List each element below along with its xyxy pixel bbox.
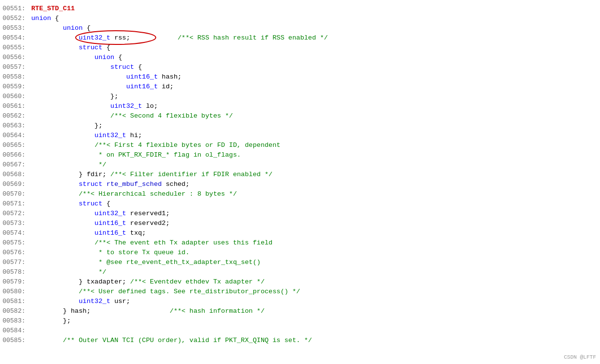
line-number: 00563: — [2, 121, 31, 131]
line-number: 00551: — [2, 4, 31, 14]
line-content: /**< User defined tags. See rte_distribu… — [31, 287, 598, 297]
code-line: 00583: }; — [0, 316, 600, 326]
line-content: uint32_t lo; — [31, 101, 598, 111]
code-line: 00573: uint16_t reserved2; — [0, 219, 600, 228]
line-content: * @see rte_event_eth_tx_adapter_txq_set(… — [31, 258, 598, 267]
line-content: * on PKT_RX_FDIR_* flag in ol_flags. — [31, 150, 598, 160]
line-number: 00569: — [2, 180, 31, 189]
line-number: 00565: — [2, 141, 31, 150]
code-line: 00582: } hash; /**< hash information */ — [0, 306, 600, 316]
line-content: /** Outer VLAN TCI (CPU order), valid if… — [31, 336, 598, 345]
line-content: uint16_t id; — [31, 82, 598, 92]
line-content: } hash; /**< hash information */ — [31, 306, 598, 316]
code-line: 00578: */ — [0, 267, 600, 277]
line-content: uint16_t reserved2; — [31, 219, 598, 228]
code-line: 00581: uint32_t usr; — [0, 297, 600, 306]
line-content: union { — [31, 23, 598, 33]
code-line: 00569: struct rte_mbuf_sched sched; — [0, 180, 600, 189]
line-content: union { — [31, 53, 598, 62]
line-number: 00583: — [2, 316, 31, 326]
line-content: } fdir; /**< Filter identifier if FDIR e… — [31, 170, 598, 180]
line-number: 00554: — [2, 33, 31, 43]
line-content: /**< The event eth Tx adapter uses this … — [31, 238, 598, 248]
line-content: /**< Second 4 flexible bytes */ — [31, 111, 598, 121]
line-content: * to store Tx queue id. — [31, 248, 598, 258]
line-number: 00579: — [2, 277, 31, 287]
line-number: 00572: — [2, 209, 31, 219]
code-line: 00577: * @see rte_event_eth_tx_adapter_t… — [0, 258, 600, 267]
code-line: 00567: */ — [0, 160, 600, 170]
code-line: 00570: /**< Hierarchical scheduler : 8 b… — [0, 189, 600, 199]
line-content: RTE_STD_C11 — [31, 4, 598, 14]
code-line: 00580: /**< User defined tags. See rte_d… — [0, 287, 600, 297]
code-line: 00552:union { — [0, 14, 600, 23]
line-number: 00571: — [2, 199, 31, 209]
line-number: 00561: — [2, 101, 31, 111]
line-number: 00573: — [2, 219, 31, 228]
line-number: 00585: — [2, 336, 31, 345]
line-content: union { — [31, 14, 598, 23]
code-line: 00561: uint32_t lo; — [0, 101, 600, 111]
line-content: struct { — [31, 43, 598, 53]
code-line: 00576: * to store Tx queue id. — [0, 248, 600, 258]
line-number: 00557: — [2, 62, 31, 72]
code-line: 00574: uint16_t txq; — [0, 228, 600, 238]
code-line: 00554: uint32_t rss; /**< RSS hash resul… — [0, 33, 600, 43]
code-line: 00559: uint16_t id; — [0, 82, 600, 92]
line-content: uint32_t rss; /**< RSS hash result if RS… — [31, 33, 598, 43]
line-number: 00560: — [2, 92, 31, 101]
line-content: */ — [31, 267, 598, 277]
line-number: 00575: — [2, 238, 31, 248]
line-content: uint16_t txq; — [31, 228, 598, 238]
code-line: 00568: } fdir; /**< Filter identifier if… — [0, 170, 600, 180]
line-number: 00577: — [2, 258, 31, 267]
code-line: 00572: uint32_t reserved1; — [0, 209, 600, 219]
code-line: 00555: struct { — [0, 43, 600, 53]
line-content: } txadapter; /**< Eventdev ethdev Tx ada… — [31, 277, 598, 287]
line-number: 00555: — [2, 43, 31, 53]
line-number: 00584: — [2, 326, 31, 336]
line-number: 00556: — [2, 53, 31, 62]
watermark-text: CSDN @LFTF — [564, 354, 596, 360]
line-number: 00552: — [2, 14, 31, 23]
line-content: /**< Hierarchical scheduler : 8 bytes */ — [31, 189, 598, 199]
line-number: 00574: — [2, 228, 31, 238]
line-number: 00553: — [2, 23, 31, 33]
code-line: 00553: union { — [0, 23, 600, 33]
line-content: struct { — [31, 199, 598, 209]
line-number: 00578: — [2, 267, 31, 277]
line-content: uint32_t hi; — [31, 131, 598, 141]
line-number: 00582: — [2, 306, 31, 316]
line-content: /**< First 4 flexible bytes or FD ID, de… — [31, 141, 598, 150]
code-line: 00575: /**< The event eth Tx adapter use… — [0, 238, 600, 248]
line-number: 00567: — [2, 160, 31, 170]
line-content: uint32_t usr; — [31, 297, 598, 306]
code-line: 00557: struct { — [0, 62, 600, 72]
code-line: 00571: struct { — [0, 199, 600, 209]
line-number: 00580: — [2, 287, 31, 297]
line-content: struct rte_mbuf_sched sched; — [31, 180, 598, 189]
line-number: 00564: — [2, 131, 31, 141]
line-content: */ — [31, 160, 598, 170]
line-content: }; — [31, 92, 598, 101]
line-number: 00559: — [2, 82, 31, 92]
code-line: 00563: }; — [0, 121, 600, 131]
line-number: 00566: — [2, 150, 31, 160]
code-line: 00551:RTE_STD_C11 — [0, 4, 600, 14]
line-number: 00581: — [2, 297, 31, 306]
line-content: uint32_t reserved1; — [31, 209, 598, 219]
code-line: 00566: * on PKT_RX_FDIR_* flag in ol_fla… — [0, 150, 600, 160]
line-content: }; — [31, 316, 598, 326]
line-number: 00576: — [2, 248, 31, 258]
code-line: 00564: uint32_t hi; — [0, 131, 600, 141]
code-line: 00562: /**< Second 4 flexible bytes */ — [0, 111, 600, 121]
line-content: struct { — [31, 62, 598, 72]
line-content: }; — [31, 121, 598, 131]
code-viewer: 00551:RTE_STD_C1100552:union {00553: uni… — [0, 0, 600, 364]
code-line: 00579: } txadapter; /**< Eventdev ethdev… — [0, 277, 600, 287]
code-line: 00556: union { — [0, 53, 600, 62]
line-number: 00558: — [2, 72, 31, 82]
code-line: 00585: /** Outer VLAN TCI (CPU order), v… — [0, 336, 600, 345]
code-line: 00558: uint16_t hash; — [0, 72, 600, 82]
line-number: 00568: — [2, 170, 31, 180]
